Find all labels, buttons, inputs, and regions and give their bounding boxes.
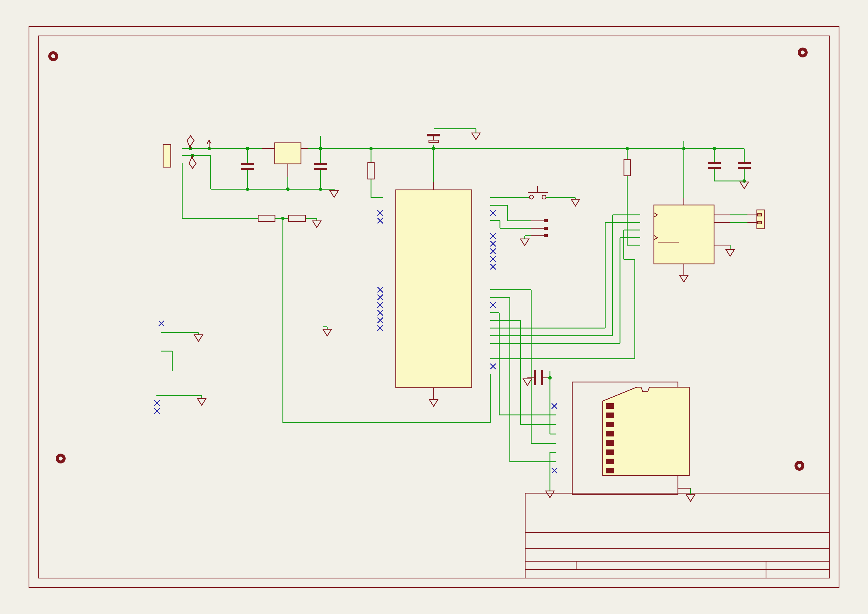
symbols-layer <box>48 48 808 501</box>
gnd-arrow-icon <box>197 398 206 405</box>
junction-dot <box>319 188 322 191</box>
no-connect-icon <box>490 248 496 254</box>
u1-body <box>275 143 301 164</box>
no-connect-icon <box>377 210 383 216</box>
gnd-arrow-icon <box>726 250 734 256</box>
gnd-arrow-icon <box>546 491 554 498</box>
no-connect-icon <box>490 233 496 239</box>
cap-plate <box>738 162 751 164</box>
sd-card-pad <box>606 422 614 427</box>
gnd-arrow-icon <box>571 199 580 206</box>
gnd-arrow-icon <box>686 495 695 501</box>
sd-card-pad <box>606 459 614 464</box>
junction-dot <box>286 188 290 191</box>
sd-card-pad <box>606 412 614 418</box>
no-connect-icon <box>490 256 496 262</box>
resistor-body <box>368 163 374 179</box>
gnd-arrow-icon <box>472 133 480 140</box>
junction-dot <box>548 376 552 380</box>
switch-contact <box>542 195 546 199</box>
sd-card-pad <box>606 440 614 446</box>
cap-plate <box>241 168 254 170</box>
cap-plate <box>534 370 536 385</box>
gnd-arrow-icon <box>680 275 688 282</box>
j5-body <box>757 210 764 229</box>
no-connect-icon <box>490 302 496 308</box>
gnd-arrow-icon <box>323 329 332 336</box>
pwr-flag-icon <box>187 136 194 149</box>
switch-actuator <box>528 186 548 192</box>
j2-body <box>163 144 171 167</box>
gnd-arrow-icon <box>523 379 532 386</box>
cap-plate <box>541 370 543 385</box>
cap-plate <box>314 168 327 170</box>
resistor-body <box>624 160 630 176</box>
cap-plate <box>314 163 327 165</box>
pwr-flag-icon <box>189 155 196 168</box>
no-connect-icon <box>377 318 383 323</box>
gnd-arrow-icon <box>330 191 338 197</box>
junction-dot <box>319 147 322 150</box>
no-connect-icon <box>377 325 383 331</box>
schematic-canvas <box>0 0 868 614</box>
no-connect-icon <box>159 321 164 326</box>
mounting-hole-icon <box>51 54 55 58</box>
switch-contact <box>529 195 533 199</box>
no-connect-icon <box>377 302 383 308</box>
resistor-body <box>288 215 305 222</box>
sd-card-pad <box>606 403 614 409</box>
junction-dot <box>369 147 373 150</box>
no-connect-icon <box>377 287 383 292</box>
cap-plate <box>429 140 438 143</box>
gnd-arrow-icon <box>313 221 321 228</box>
no-connect-icon <box>490 241 496 247</box>
title-block <box>525 493 830 578</box>
no-connect-icon <box>377 310 383 315</box>
no-connect-icon <box>490 210 496 216</box>
no-connect-icon <box>154 400 160 406</box>
cap-plate <box>708 162 721 164</box>
sd-card-pad <box>606 450 614 455</box>
connector-pad <box>544 219 548 222</box>
sd-card-pad <box>606 431 614 436</box>
no-connect-icon <box>377 295 383 300</box>
gnd-arrow-icon <box>521 239 529 246</box>
no-connect-icon <box>490 364 496 369</box>
connector-pad <box>544 227 548 230</box>
junction-dot <box>246 188 249 191</box>
mounting-hole-icon <box>797 464 801 468</box>
resistor-body <box>258 215 275 222</box>
junction-dot <box>246 147 249 150</box>
gnd-arrow-icon <box>429 400 438 406</box>
cap-plate <box>427 134 440 136</box>
connector-pad <box>544 234 548 237</box>
mounting-hole-icon <box>801 51 804 54</box>
junction-dot <box>625 147 629 150</box>
junction-dot <box>281 217 285 220</box>
no-connect-icon <box>552 403 557 409</box>
sd-card-shape <box>603 387 689 476</box>
junction-dot <box>713 147 716 150</box>
no-connect-icon <box>552 468 557 473</box>
gnd-arrow-icon <box>194 335 203 341</box>
junction-dot <box>432 147 436 150</box>
u2-body <box>396 190 472 388</box>
sd-card-pad <box>606 468 614 473</box>
connector-pad <box>758 214 761 216</box>
no-connect-icon <box>377 218 383 223</box>
u3-body <box>654 205 714 264</box>
gnd-arrow-icon <box>740 182 749 189</box>
no-connect-icon <box>490 264 496 269</box>
cap-plate <box>241 163 254 165</box>
batt-arrow-icon <box>207 140 211 149</box>
cap-plate <box>738 167 751 169</box>
schematic-sheet <box>0 0 868 614</box>
mounting-hole-icon <box>59 457 63 460</box>
connector-pad <box>758 221 761 224</box>
no-connect-icon <box>154 408 160 414</box>
junction-dot <box>682 147 685 150</box>
cap-plate <box>708 167 721 169</box>
